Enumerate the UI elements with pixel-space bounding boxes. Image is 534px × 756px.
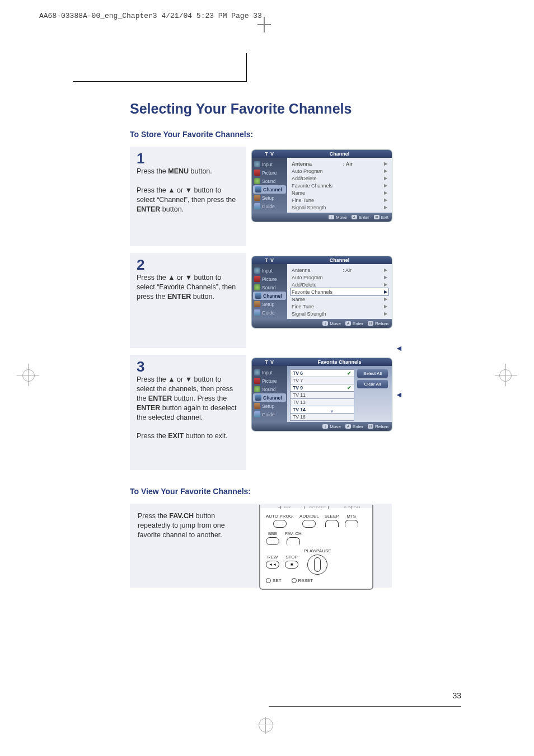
value: : Air: [343, 161, 353, 167]
menu-icon: III: [374, 215, 380, 219]
label: TV 13: [293, 400, 306, 405]
remote-body: AUTO PROG. ADD/DEL SLEEP MTS BBE FAV. CH…: [259, 508, 373, 590]
label: Enter: [353, 321, 363, 326]
label: Guide: [262, 310, 275, 316]
hint-return: IIIReturn: [368, 424, 388, 429]
label: STOP: [285, 555, 298, 560]
label: Name: [292, 297, 305, 302]
page-number: 33: [452, 691, 461, 700]
label: TV 7: [293, 378, 303, 383]
updown-icon: ↕: [322, 424, 328, 429]
channel-icon: [255, 293, 261, 299]
label: FAV. CH: [285, 531, 302, 536]
remote-btn-autoprog: AUTO PROG.: [266, 514, 294, 528]
label: TV 14: [293, 407, 306, 412]
label: Guide: [262, 412, 275, 417]
crop-mark-bottom: [257, 717, 274, 734]
menu-row: Fine Tune▶: [291, 303, 388, 310]
enter-icon: ↲: [345, 321, 351, 326]
hint-move: ↕Move: [322, 424, 341, 429]
input-icon: [254, 267, 260, 274]
label: Favorite Channels: [292, 183, 332, 189]
hint-exit: IIIExit: [374, 215, 388, 220]
text-bold: MENU: [168, 167, 189, 175]
label: Return: [375, 321, 388, 326]
menu-row: Antenna: Air▶: [291, 160, 388, 167]
step-2-box: 2 Press the ▲ or ▼ button to select “Fav…: [130, 253, 246, 348]
label: Move: [336, 215, 347, 220]
remote-btn-rew: REW◄◄: [266, 555, 279, 569]
step-2: 2 Press the ▲ or ▼ button to select “Fav…: [130, 253, 392, 348]
label: Channel: [263, 293, 282, 299]
hint-enter: ↲Enter: [352, 215, 369, 220]
tv-content: Antenna: Air▶ Auto Program▶ Add/Delete▶ …: [287, 264, 392, 319]
button-icon: [302, 520, 316, 528]
arrow-icon: ▶: [384, 282, 387, 287]
step-3-text: Press the ▲ or ▼ button to select the ch…: [137, 375, 240, 441]
text-bold: ENTER: [137, 205, 160, 213]
label: Sound: [262, 179, 276, 184]
remote-row-3: REW◄◄ STOP■ PLAY/PAUSE: [266, 548, 367, 575]
label: Setup: [262, 403, 274, 409]
hint-move: ↕Move: [322, 321, 341, 326]
remote-lbl-reset: RESET: [292, 578, 313, 583]
label: TV 11: [293, 392, 306, 398]
tv-titlebar: T V Channel: [252, 150, 392, 158]
menu-row: Favorite Channels▶: [291, 182, 388, 189]
label: Auto Program: [292, 275, 323, 280]
label: Add/Delete: [292, 176, 317, 181]
sound-icon: [254, 284, 260, 290]
tv-footer: ↕Move ↲Enter IIIReturn: [252, 422, 392, 431]
button-icon: [273, 520, 287, 528]
label: Enter: [353, 424, 363, 429]
arrow-icon: ▶: [384, 289, 387, 294]
label: Add/Delete: [292, 282, 317, 288]
tv-body: Input Picture Sound Channel Setup Guide …: [252, 158, 392, 213]
menu-row: Signal Strength▶: [291, 204, 388, 211]
label: TV 9: [293, 385, 303, 391]
setup-icon: [254, 301, 260, 307]
guide-icon: [254, 203, 260, 209]
tv-footer: ↕Move ↲Enter IIIReturn: [252, 319, 392, 328]
step-1: 1 Press the MENU button. Press the ▲ or …: [130, 147, 392, 246]
label: Antenna: [292, 267, 311, 273]
label: Favorite Channels: [292, 289, 332, 295]
menu-icon: III: [368, 424, 373, 429]
label: Setup: [262, 195, 274, 201]
remote-btn-sleep: SLEEP: [325, 514, 339, 527]
step-1-box: 1 Press the MENU button. Press the ▲ or …: [130, 147, 246, 246]
label: Antenna: [292, 161, 312, 167]
remote-row-2: BBE FAV. CH: [266, 531, 367, 545]
arrow-icon: ▶: [384, 161, 387, 166]
label: BBE: [268, 531, 277, 536]
list-item: TV 6✔: [290, 369, 354, 377]
sidebar-item-guide: Guide: [252, 410, 287, 419]
step-3-box: 3 Press the ▲ or ▼ button to select the …: [130, 355, 246, 470]
menu-row: Auto Program▶: [291, 167, 388, 175]
jog-dial-icon: [307, 555, 327, 575]
arrow-icon: ▶: [384, 183, 387, 188]
sidebar-item-guide: Guide: [252, 308, 287, 317]
menu-icon: III: [368, 321, 373, 326]
sidebar-item-sound: Sound: [252, 177, 287, 185]
label: Guide: [262, 204, 275, 209]
label: Sound: [262, 285, 276, 290]
sidebar-item-picture: Picture: [252, 275, 287, 283]
guide-icon: [254, 309, 260, 316]
button-icon: ■: [285, 561, 298, 569]
sidebar-item-picture: Picture: [252, 377, 287, 385]
arrow-icon: ▶: [384, 311, 387, 316]
footer-rule: [269, 706, 461, 707]
crop-mark-top: [257, 17, 271, 32]
tv-screenshot-2: T V Channel Input Picture Sound Channel …: [252, 256, 392, 328]
view-favorite-box: Press the FAV.CH button repeatedly to ju…: [130, 504, 392, 588]
dot-icon: [292, 578, 297, 583]
hint-enter: ↲Enter: [345, 321, 363, 326]
step-3: 3 Press the ▲ or ▼ button to select the …: [130, 355, 392, 470]
button-icon: [325, 520, 339, 527]
sound-icon: [254, 386, 260, 392]
label: TV 16: [293, 414, 306, 420]
hint-return: IIIReturn: [368, 321, 388, 326]
hint-enter: ↲Enter: [345, 424, 363, 429]
text-bold: EXIT: [168, 432, 184, 440]
